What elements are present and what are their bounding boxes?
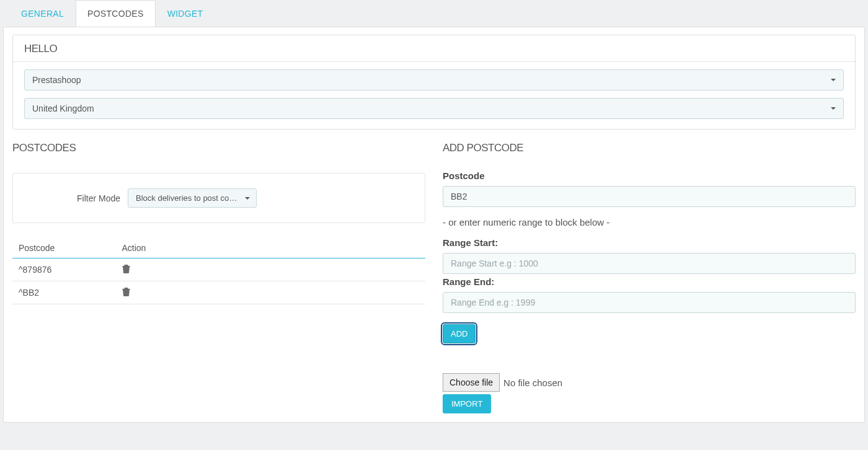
col-header-postcode: Postcode [12, 238, 116, 258]
filter-mode-select[interactable]: Block deliveries to post codes [128, 188, 257, 208]
hello-section: HELLO Prestashoop United Kingdom [12, 35, 856, 130]
range-start-label: Range Start: [443, 237, 856, 248]
file-status-text: No file chosen [503, 377, 562, 388]
hello-heading: HELLO [13, 35, 855, 62]
add-postcode-column: ADD POSTCODE Postcode - or enter numeric… [443, 142, 856, 413]
col-header-action: Action [116, 238, 426, 258]
add-postcode-heading: ADD POSTCODE [443, 142, 856, 161]
table-row: ^BB2 [12, 281, 425, 304]
tab-general[interactable]: General [9, 0, 76, 27]
postcode-input[interactable] [443, 186, 856, 207]
tab-bar: General Postcodes Widget [0, 0, 868, 27]
carrier-select[interactable]: Prestashoop [24, 69, 844, 90]
trash-icon[interactable] [122, 265, 130, 275]
tab-postcodes[interactable]: Postcodes [76, 0, 156, 27]
choose-file-button[interactable]: Choose file [443, 373, 500, 392]
trash-icon[interactable] [122, 288, 130, 298]
range-start-input[interactable] [443, 253, 856, 274]
filter-mode-label: Filter Mode [24, 193, 120, 203]
postcode-cell: ^879876 [12, 258, 116, 281]
range-end-label: Range End: [443, 276, 856, 287]
country-select[interactable]: United Kingdom [24, 98, 844, 119]
or-range-text: - or enter numeric range to block below … [443, 217, 856, 227]
main-panel: HELLO Prestashoop United Kingdom POSTCOD… [3, 27, 865, 423]
add-button[interactable]: Add [443, 324, 476, 343]
postcodes-table: Postcode Action ^879876 [12, 238, 425, 304]
import-button[interactable]: Import [443, 394, 491, 413]
tab-widget[interactable]: Widget [156, 0, 215, 27]
postcode-label: Postcode [443, 170, 856, 181]
filter-panel: Filter Mode Block deliveries to post cod… [12, 173, 425, 223]
postcodes-heading: POSTCODES [12, 142, 425, 161]
table-row: ^879876 [12, 258, 425, 281]
postcodes-column: POSTCODES Filter Mode Block deliveries t… [12, 142, 425, 413]
postcode-cell: ^BB2 [12, 281, 116, 304]
range-end-input[interactable] [443, 292, 856, 313]
